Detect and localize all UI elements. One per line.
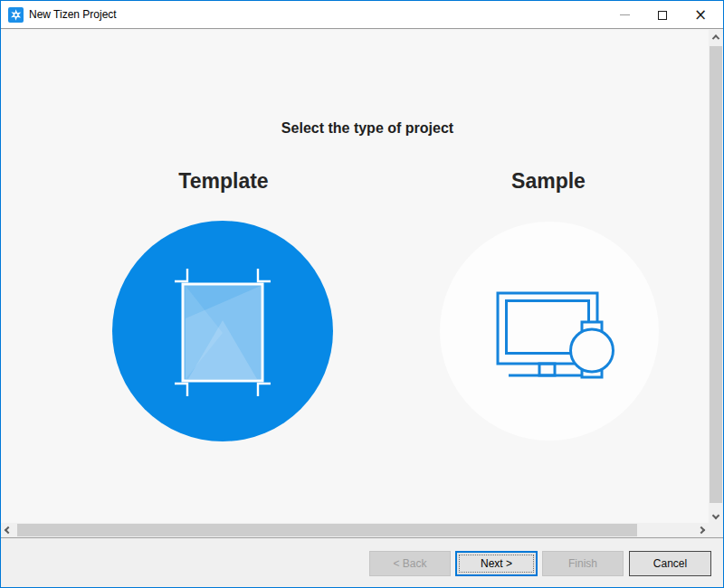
template-option-button[interactable] — [112, 221, 333, 441]
vertical-scrollbar-thumb[interactable] — [710, 46, 722, 503]
minimize-button[interactable] — [605, 1, 643, 29]
finish-button[interactable]: Finish — [542, 551, 624, 576]
minimize-icon — [620, 14, 630, 15]
chevron-left-icon — [5, 526, 12, 534]
window-title: New Tizen Project — [29, 1, 117, 29]
back-button[interactable]: < Back — [369, 551, 451, 576]
horizontal-scrollbar[interactable] — [1, 523, 709, 537]
template-option-label: Template — [88, 169, 359, 194]
sample-option-label: Sample — [413, 169, 684, 194]
template-icon — [112, 221, 333, 441]
scroll-up-button[interactable] — [709, 30, 723, 44]
page-heading: Select the type of project — [96, 120, 639, 137]
chevron-down-icon — [712, 512, 719, 519]
wizard-page: Select the type of project Template Samp… — [1, 30, 709, 523]
scroll-right-button[interactable] — [694, 523, 709, 537]
sample-option-button[interactable] — [440, 222, 659, 441]
next-button[interactable]: Next > — [455, 551, 538, 576]
horizontal-scrollbar-thumb[interactable] — [17, 524, 637, 536]
tizen-logo-icon — [8, 7, 24, 23]
window-titlebar: New Tizen Project × — [1, 1, 723, 29]
close-icon: × — [694, 7, 707, 23]
cancel-button[interactable]: Cancel — [629, 551, 711, 576]
vertical-scrollbar[interactable] — [709, 30, 723, 523]
chevron-up-icon — [712, 34, 719, 42]
monitor-watch-icon — [440, 222, 659, 441]
button-bar: < Back Next > Finish Cancel — [1, 538, 723, 587]
maximize-button[interactable] — [643, 1, 681, 29]
window-controls: × — [605, 1, 719, 29]
maximize-icon — [658, 11, 667, 20]
scroll-down-button[interactable] — [709, 508, 723, 523]
new-tizen-project-dialog: New Tizen Project × Select the type of p… — [0, 0, 724, 588]
close-button[interactable]: × — [681, 1, 719, 29]
scrollbar-corner — [709, 523, 723, 537]
chevron-right-icon — [698, 526, 705, 534]
scroll-left-button[interactable] — [1, 523, 15, 537]
